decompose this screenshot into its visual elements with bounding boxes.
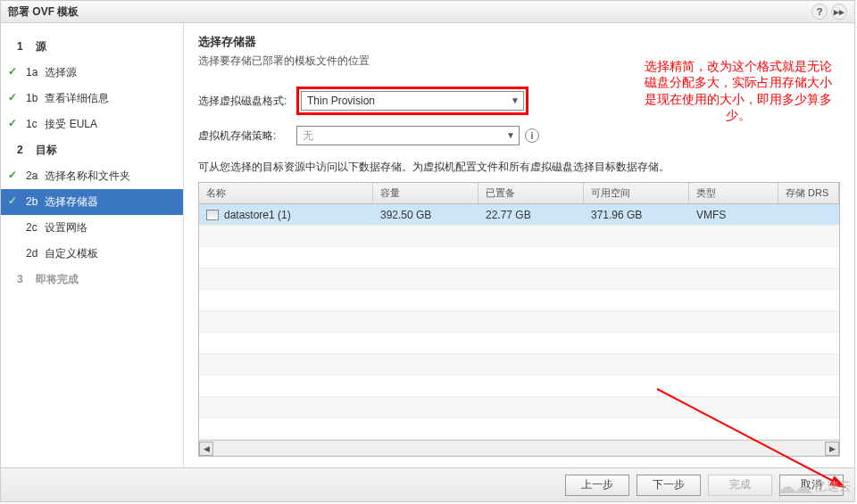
table-row xyxy=(199,333,839,354)
cell-capacity: 392.50 GB xyxy=(373,204,478,225)
cell-provisioned: 22.77 GB xyxy=(478,204,584,225)
annotation-text: 选择精简，改为这个格式就是无论磁盘分配多大，实际占用存储大小是现在使用的大小，即… xyxy=(640,59,836,124)
step-select-storage[interactable]: ✓ 2b 选择存储器 xyxy=(1,189,183,215)
back-button[interactable]: 上一步 xyxy=(565,475,629,496)
col-drs[interactable]: 存储 DRS xyxy=(778,183,839,203)
titlebar: 部署 OVF 模板 ? ▸▸ xyxy=(1,1,854,23)
table-body: datastore1 (1) 392.50 GB 22.77 GB 371.96… xyxy=(199,204,839,440)
chevron-down-icon: ▼ xyxy=(511,95,520,105)
step-setup-network[interactable]: 2c 设置网络 xyxy=(1,215,183,241)
col-capacity[interactable]: 容量 xyxy=(373,183,478,203)
cell-free: 371.96 GB xyxy=(584,204,689,225)
disk-format-value: Thin Provision xyxy=(307,95,375,107)
table-row xyxy=(199,269,839,290)
storage-policy-value: 无 xyxy=(303,128,313,144)
ovf-deploy-dialog: 部署 OVF 模板 ? ▸▸ 1 源 ✓ 1a 选择源 ✓ 1b 查看详细信息 … xyxy=(0,0,855,502)
scroll-left-icon[interactable]: ◀ xyxy=(199,442,213,456)
cell-type: VMFS xyxy=(689,204,778,225)
table-row[interactable]: datastore1 (1) 392.50 GB 22.77 GB 371.96… xyxy=(199,204,839,226)
table-row xyxy=(199,290,839,311)
chevron-down-icon: ▼ xyxy=(506,130,515,140)
table-row xyxy=(199,226,839,247)
table-row xyxy=(199,418,839,440)
table-row xyxy=(199,376,839,397)
check-icon: ✓ xyxy=(8,117,17,129)
collapse-icon[interactable]: ▸▸ xyxy=(831,4,847,20)
step-review-details[interactable]: ✓ 1b 查看详细信息 xyxy=(1,86,183,112)
col-free[interactable]: 可用空间 xyxy=(584,183,689,203)
col-name[interactable]: 名称 xyxy=(199,183,373,203)
step-select-name-folder[interactable]: ✓ 2a 选择名称和文件夹 xyxy=(1,163,183,189)
info-icon[interactable]: i xyxy=(525,128,539,143)
step-ready-to-complete[interactable]: 3 即将完成 xyxy=(1,267,183,293)
disk-format-highlight: Thin Provision ▼ xyxy=(296,87,528,115)
table-row xyxy=(199,247,839,269)
check-icon: ✓ xyxy=(8,169,17,181)
step-destination[interactable]: 2 目标 xyxy=(1,137,183,163)
step-select-source[interactable]: ✓ 1a 选择源 xyxy=(1,60,183,86)
cell-name: datastore1 (1) xyxy=(224,209,291,221)
scroll-right-icon[interactable]: ▶ xyxy=(825,442,839,456)
table-header: 名称 容量 已置备 可用空间 类型 存储 DRS xyxy=(199,183,839,204)
page-heading: 选择存储器 xyxy=(198,34,840,50)
step-source[interactable]: 1 源 xyxy=(1,34,183,60)
table-row xyxy=(199,311,839,333)
help-icon[interactable]: ? xyxy=(811,4,828,20)
cell-drs xyxy=(778,204,839,225)
finish-button: 完成 xyxy=(708,475,772,496)
table-row xyxy=(199,397,839,418)
storage-policy-select[interactable]: 无 ▼ xyxy=(296,126,520,145)
step-customize-template[interactable]: 2d 自定义模板 xyxy=(1,241,183,267)
step-accept-eula[interactable]: ✓ 1c 接受 EULA xyxy=(1,112,183,137)
col-provisioned[interactable]: 已置备 xyxy=(478,183,584,203)
watermark-text: 亿速云 xyxy=(814,479,852,495)
table-row xyxy=(199,354,839,376)
dialog-title: 部署 OVF 模板 xyxy=(8,4,79,20)
cloud-icon: ☁☁ xyxy=(777,475,809,499)
main-panel: 选择存储器 选择要存储已部署的模板文件的位置 选择虚拟磁盘格式: Thin Pr… xyxy=(184,23,854,467)
disk-format-label: 选择虚拟磁盘格式: xyxy=(198,94,296,109)
col-type[interactable]: 类型 xyxy=(689,183,778,203)
storage-policy-label: 虚拟机存储策略: xyxy=(198,128,296,144)
check-icon: ✓ xyxy=(8,65,17,78)
wizard-sidebar: 1 源 ✓ 1a 选择源 ✓ 1b 查看详细信息 ✓ 1c 接受 EULA 2 … xyxy=(1,23,184,467)
datastore-icon xyxy=(206,210,219,220)
datastore-table: 名称 容量 已置备 可用空间 类型 存储 DRS datastore1 (1) … xyxy=(198,182,840,457)
check-icon: ✓ xyxy=(8,194,17,207)
next-button[interactable]: 下一步 xyxy=(637,475,701,496)
watermark: ☁☁ 亿速云 xyxy=(777,475,852,499)
instruction-text: 可从您选择的目标资源中访问以下数据存储。为虚拟机配置文件和所有虚拟磁盘选择目标数… xyxy=(198,160,840,175)
check-icon: ✓ xyxy=(8,91,17,103)
footer-buttons: 上一步 下一步 完成 取消 xyxy=(1,467,854,501)
disk-format-select[interactable]: Thin Provision ▼ xyxy=(301,91,524,111)
horizontal-scrollbar[interactable]: ◀ ▶ xyxy=(199,440,839,456)
